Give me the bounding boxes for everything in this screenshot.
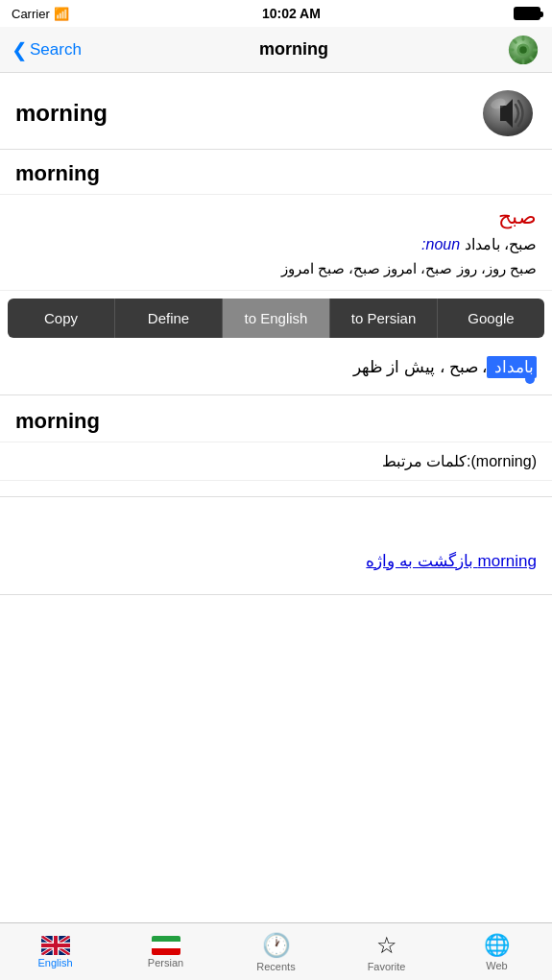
tab-persian[interactable]: Persian (110, 923, 221, 980)
speaker-svg (479, 86, 537, 139)
translation-section: صبح صبح، بامداد noun: صبح روز، روز صبح، … (0, 195, 552, 291)
tab-web[interactable]: 🌐 Web (442, 923, 552, 980)
word-title-2: morning (15, 161, 100, 185)
word-title-3: morning (15, 409, 100, 433)
tab-favorite[interactable]: ☆ Favorite (331, 923, 442, 980)
copy-button[interactable]: Copy (8, 299, 115, 338)
iran-flag-icon (152, 936, 180, 955)
chevron-left-icon: ❮ (12, 38, 28, 61)
persian-noun-line: صبح، بامداد noun: (15, 235, 537, 253)
back-button[interactable]: ❮ Search (12, 38, 82, 61)
persian-examples: صبح روز، روز صبح، امروز صبح، صبح امروز (15, 257, 537, 280)
status-bar: Carrier 📶 10:02 AM (0, 0, 552, 27)
carrier-label: Carrier (12, 7, 50, 21)
divider-1 (0, 496, 552, 497)
back-link[interactable]: morning بازگشت به واژه (15, 551, 537, 571)
gear-icon (507, 34, 540, 66)
define-button[interactable]: Define (115, 299, 223, 338)
selection-dot (525, 374, 535, 384)
svg-point-2 (519, 46, 527, 54)
related-section: (morning):کلمات مرتبط (0, 442, 552, 481)
word-header-section: morning (0, 73, 552, 150)
tab-favorite-label: Favorite (368, 961, 406, 972)
main-content: morning morning (0, 73, 552, 657)
result-section: بامداد ، صبح ، پیش از ظهر (0, 346, 552, 395)
noun-label: noun: (421, 236, 460, 252)
star-icon: ☆ (376, 932, 397, 959)
tab-persian-label: Persian (148, 957, 183, 968)
persian-main-word: صبح (15, 204, 537, 229)
spacer (0, 513, 552, 532)
back-label: Search (30, 40, 82, 60)
time-display: 10:02 AM (262, 6, 321, 21)
third-word-section: morning (0, 395, 552, 442)
nav-title: morning (259, 39, 328, 60)
svg-rect-3 (522, 35, 525, 40)
wifi-icon: 📶 (54, 7, 69, 21)
uk-flag-icon (41, 936, 70, 955)
speaker-button[interactable] (479, 86, 537, 139)
globe-icon: 🌐 (484, 933, 510, 958)
google-button[interactable]: Google (438, 299, 544, 338)
persian-word: صبح، بامداد (465, 236, 537, 252)
back-link-section[interactable]: morning بازگشت به واژه (0, 532, 552, 595)
battery-icon (514, 7, 540, 20)
highlighted-word: بامداد (487, 356, 537, 378)
toolbar: Copy Define to English to Persian Google (8, 299, 544, 338)
clock-icon: 🕐 (262, 932, 291, 959)
result-text: بامداد ، صبح ، پیش از ظهر (15, 353, 537, 383)
svg-rect-5 (532, 48, 538, 51)
tab-web-label: Web (486, 960, 507, 971)
tab-english-label: English (37, 957, 72, 968)
settings-button[interactable] (506, 33, 540, 67)
related-label: (morning):کلمات مرتبط (382, 453, 537, 469)
tab-recents[interactable]: 🕐 Recents (221, 923, 331, 980)
tab-recents-label: Recents (256, 961, 295, 972)
tab-english[interactable]: English (0, 923, 110, 980)
word-title-1: morning (15, 100, 108, 127)
word-heading-section-2: morning (0, 150, 552, 195)
to-persian-button[interactable]: to Persian (330, 299, 438, 338)
tab-bar: English Persian 🕐 Recents ☆ Favorite 🌐 W… (0, 922, 552, 980)
svg-rect-7 (522, 59, 525, 64)
to-english-button[interactable]: to English (223, 299, 330, 338)
svg-rect-9 (509, 48, 515, 51)
nav-bar: ❮ Search morning (0, 27, 552, 73)
